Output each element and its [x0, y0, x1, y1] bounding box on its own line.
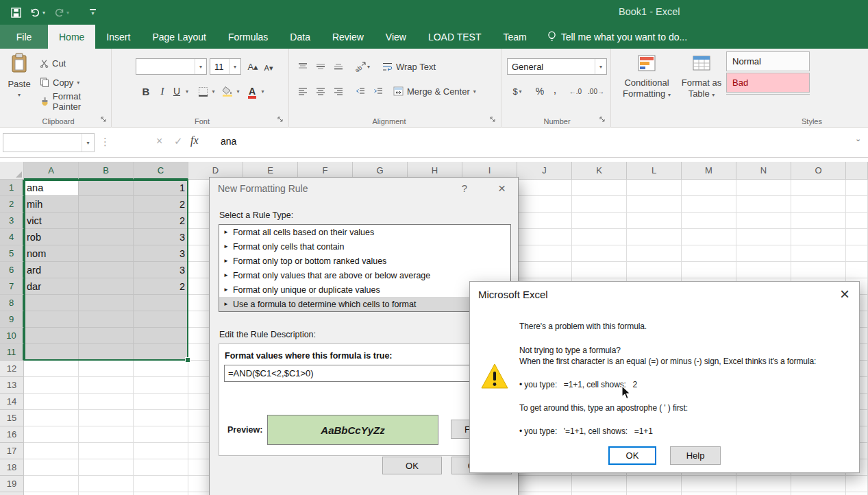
cell-A11[interactable]: [24, 344, 79, 361]
clipboard-dialog-launcher[interactable]: [100, 116, 108, 124]
font-dialog-launcher[interactable]: [277, 116, 285, 124]
cell-M1[interactable]: [682, 180, 736, 196]
rule-ok-button[interactable]: OK: [382, 457, 442, 474]
cell-M3[interactable]: [682, 213, 736, 229]
cell-C15[interactable]: [134, 410, 188, 426]
cell-L3[interactable]: [627, 213, 682, 229]
column-header-M[interactable]: M: [682, 162, 736, 180]
undo-dropdown-icon[interactable]: ▾: [42, 10, 45, 16]
cell-B16[interactable]: [79, 426, 134, 443]
formula-bar-handle[interactable]: ⋮: [100, 136, 110, 148]
tab-insert[interactable]: Insert: [95, 25, 141, 49]
cell-A5[interactable]: nom: [24, 245, 79, 262]
cell-L1[interactable]: [627, 180, 682, 196]
cell-A19[interactable]: [24, 476, 79, 492]
rule-type-option[interactable]: ►Format all cells based on their values: [219, 225, 510, 239]
row-header-13[interactable]: 13: [0, 377, 24, 394]
cell-A10[interactable]: [24, 328, 79, 344]
cell-C6[interactable]: 3: [134, 262, 188, 278]
cell-L4[interactable]: [627, 229, 682, 245]
cell-A2[interactable]: mih: [24, 196, 79, 213]
column-header-O[interactable]: O: [791, 162, 846, 180]
cell-K19[interactable]: [572, 476, 627, 492]
cell-J19[interactable]: [517, 476, 572, 492]
column-header-C[interactable]: C: [134, 162, 188, 180]
row-header-15[interactable]: 15: [0, 410, 24, 426]
cell-O20[interactable]: [791, 492, 846, 495]
format-as-table-button[interactable]: Format as Table ▾: [678, 53, 725, 101]
merge-center-button[interactable]: Merge & Center ▾: [393, 83, 476, 99]
cell-J4[interactable]: [517, 229, 572, 245]
cell-B5[interactable]: [79, 245, 134, 262]
column-header-B[interactable]: B: [79, 162, 134, 180]
dialog-help-button[interactable]: ?: [462, 182, 467, 194]
rule-type-option[interactable]: ►Format only values that are above or be…: [219, 268, 510, 282]
qat-customize-button[interactable]: ▾: [90, 9, 96, 16]
font-size-dropdown-icon[interactable]: ▾: [229, 59, 240, 74]
cell-C18[interactable]: [134, 459, 188, 476]
cell-O6[interactable]: [791, 262, 846, 278]
cell-B8[interactable]: [79, 295, 134, 311]
cut-button[interactable]: Cut: [40, 55, 66, 71]
row-header-4[interactable]: 4: [0, 229, 24, 245]
decrease-indent-button[interactable]: [352, 83, 369, 99]
cell-x19[interactable]: [846, 476, 868, 492]
cell-B2[interactable]: [79, 196, 134, 213]
orientation-dropdown-icon[interactable]: ▾: [367, 64, 370, 70]
accounting-format-button[interactable]: $ ▾: [508, 83, 526, 99]
row-header-11[interactable]: 11: [0, 344, 24, 361]
cell-N19[interactable]: [736, 476, 791, 492]
column-header-K[interactable]: K: [572, 162, 627, 180]
cell-J6[interactable]: [517, 262, 572, 278]
copy-button[interactable]: Copy ▾: [40, 74, 79, 90]
cell-C17[interactable]: [134, 443, 188, 459]
dialog-close-button[interactable]: ×: [498, 181, 506, 196]
tab-review[interactable]: Review: [321, 25, 375, 49]
column-header-J[interactable]: J: [517, 162, 572, 180]
cell-M5[interactable]: [682, 245, 736, 262]
cell-B10[interactable]: [79, 328, 134, 344]
borders-dropdown-icon[interactable]: ▾: [210, 83, 217, 99]
row-header-2[interactable]: 2: [0, 196, 24, 213]
cell-O2[interactable]: [791, 196, 846, 213]
cell-A15[interactable]: [24, 410, 79, 426]
fill-handle[interactable]: [185, 357, 190, 363]
redo-button[interactable]: ▾: [53, 8, 69, 17]
font-name-dropdown-icon[interactable]: ▾: [195, 59, 206, 74]
align-right-button[interactable]: [330, 83, 347, 99]
cell-B18[interactable]: [79, 459, 134, 476]
row-header-18[interactable]: 18: [0, 459, 24, 476]
cell-K2[interactable]: [572, 196, 627, 213]
cell-O19[interactable]: [791, 476, 846, 492]
font-size-combo[interactable]: 11 ▾: [210, 58, 241, 75]
fill-color-button[interactable]: [220, 83, 235, 99]
style-neutral[interactable]: Neutral: [726, 94, 810, 95]
orientation-button[interactable]: ab ▾: [354, 58, 371, 75]
cell-N20[interactable]: [736, 492, 791, 495]
cell-B12[interactable]: [79, 361, 134, 377]
cell-N2[interactable]: [736, 196, 791, 213]
cell-M4[interactable]: [682, 229, 736, 245]
rule-formula-field[interactable]: [224, 365, 502, 382]
cell-B1[interactable]: [79, 180, 134, 196]
increase-decimal-button[interactable]: ←.0: [566, 83, 585, 99]
tab-team[interactable]: Team: [492, 25, 537, 49]
cell-B14[interactable]: [79, 394, 134, 410]
number-format-combo[interactable]: General ▾: [507, 58, 607, 75]
cell-A20[interactable]: [24, 492, 79, 495]
rule-type-option[interactable]: ►Use a formula to determine which cells …: [219, 297, 510, 311]
insert-function-icon[interactable]: fx: [190, 134, 199, 147]
cell-K6[interactable]: [572, 262, 627, 278]
tell-me-box[interactable]: Tell me what you want to do...: [547, 25, 687, 49]
error-help-button[interactable]: Help: [670, 446, 721, 465]
cell-A18[interactable]: [24, 459, 79, 476]
cell-B17[interactable]: [79, 443, 134, 459]
cell-C10[interactable]: [134, 328, 188, 344]
format-painter-button[interactable]: Format Painter: [40, 93, 111, 110]
cell-A3[interactable]: vict: [24, 213, 79, 229]
cell-A6[interactable]: ard: [24, 262, 79, 278]
cell-A1[interactable]: ana: [24, 180, 79, 196]
cell-B3[interactable]: [79, 213, 134, 229]
cell-B9[interactable]: [79, 311, 134, 328]
row-header-6[interactable]: 6: [0, 262, 24, 278]
